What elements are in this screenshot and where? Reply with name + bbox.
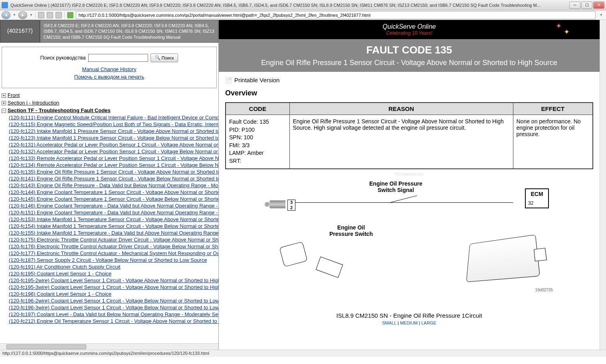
- fault-code-link[interactable]: (120-fc195) Coolant Level Sensor 1 - Cho…: [9, 270, 217, 277]
- reason-cell: Engine Oil Rifle Pressure 1 Sensor Circu…: [289, 115, 513, 169]
- switch-label: Engine Oil Pressure Switch: [329, 224, 373, 237]
- fault-code-link[interactable]: (120-fc141) Engine Oil Rifle Pressure 1 …: [9, 175, 217, 182]
- right-pane[interactable]: QuickServe Online Celebrating 10 Years! …: [219, 20, 600, 350]
- code-cell: Fault Code: 135 PID: P100 SPN: 100 FMI: …: [226, 115, 289, 169]
- watermark: ©Cummins Inc: [225, 172, 593, 176]
- fault-code-link[interactable]: (120-fc196) Coolant Level Sensor 1 - Cho…: [9, 291, 217, 297]
- circuit-diagram: Engine Oil Pressure Switch Signal 3 2 EC…: [257, 180, 561, 308]
- url-dropdown-icon[interactable]: ▼: [598, 13, 604, 17]
- fault-code-link[interactable]: (120-fc146) Engine Coolant Temperature -…: [9, 202, 217, 209]
- url-bar[interactable]: http://127.0.0.1:5000/https@quickserve.c…: [76, 11, 596, 19]
- refresh-icon[interactable]: [38, 12, 44, 18]
- collapse-icon[interactable]: −: [2, 109, 6, 113]
- left-pane: (4021677) ISF2.8 CM2220 E; ISF2.8 CM2220…: [0, 20, 219, 350]
- fault-code-link[interactable]: (120-fc153) Intake Manifold 1 Temperatur…: [9, 216, 217, 223]
- minimize-button[interactable]: ─: [569, 2, 580, 9]
- expand-icon[interactable]: +: [2, 93, 6, 98]
- window-titlebar: QuickServe Online | (4021677) ISF2.8 CM2…: [0, 0, 606, 10]
- ecm-box: ECM 32: [525, 188, 549, 208]
- magnifier-icon: 🔍: [155, 55, 160, 60]
- fault-code-link[interactable]: (120-fc115) Engine Magnetic Speed/Positi…: [9, 121, 217, 128]
- forward-dropdown-icon[interactable]: ▼: [30, 13, 33, 17]
- app-icon: [2, 2, 8, 8]
- ecm-module-icon: [466, 234, 540, 282]
- fault-code-link[interactable]: (120-fc154) Intake Manifold 1 Temperatur…: [9, 223, 217, 229]
- logo-subtitle: Celebrating 10 Years!: [382, 30, 436, 36]
- fault-code-link[interactable]: (120-fc111) Engine Control Module Critic…: [9, 114, 217, 121]
- tree-tf[interactable]: Section TF - Troubleshooting Fault Codes: [8, 107, 111, 113]
- overview-table: CODE REASON EFFECT Fault Code: 135 PID: …: [225, 102, 593, 169]
- fault-code-link[interactable]: (120-fc196-2wire) Coolant Level Sensor 1…: [9, 297, 217, 304]
- fault-code-link[interactable]: (120-fc155) Intake Manifold 1 Temperatur…: [9, 229, 217, 236]
- fault-code-link[interactable]: (120-fc132) Accelerator Pedal or Lever P…: [9, 148, 217, 155]
- fault-code-link[interactable]: (120-fc212) Engine Oil Temperature Senso…: [9, 318, 217, 324]
- home-icon[interactable]: [67, 12, 73, 18]
- fault-code-link[interactable]: (120-fc195-3wire) Coolant Level Sensor 1…: [9, 284, 217, 291]
- overview-heading: Overview: [225, 89, 593, 97]
- image-size-links: SMALL | MEDIUM | LARGE: [225, 320, 593, 325]
- fault-code-link[interactable]: (120-fc123) Intake Manifold 1 Pressure S…: [9, 135, 217, 141]
- tool-icon[interactable]: [55, 12, 62, 18]
- search-panel: Поиск руководства 🔍Поиск Manual Change H…: [2, 47, 217, 88]
- maximize-button[interactable]: ☐: [581, 2, 592, 9]
- sensor-schematic-icon: [269, 200, 285, 208]
- fault-code-link[interactable]: (120-fc145) Engine Coolant Temperature 1…: [9, 196, 217, 202]
- connector-icon: [316, 256, 343, 277]
- manual-history-link[interactable]: Manual Change History: [6, 66, 212, 72]
- fault-code-link[interactable]: (120-fc143) Engine Oil Rifle Pressure - …: [9, 182, 217, 189]
- connector-pins: 3 2: [287, 200, 295, 211]
- th-code: CODE: [226, 103, 289, 115]
- fault-code-link[interactable]: (120-fc144) Engine Coolant Temperature 1…: [9, 189, 217, 196]
- status-bar: http://127.0.0.1:5000/https@quickserve.c…: [0, 350, 606, 357]
- nav-tree[interactable]: +Front +Section i - Introduction −Sectio…: [0, 90, 218, 343]
- back-dropdown-icon[interactable]: ▼: [13, 13, 16, 17]
- size-medium[interactable]: MEDIUM: [400, 320, 418, 325]
- fault-code-link[interactable]: (120-fc195-2wire) Coolant Level Sensor 1…: [9, 277, 217, 284]
- fault-code-link[interactable]: (120-fc197) Coolant Level - Data Valid b…: [9, 311, 217, 318]
- fault-code-link[interactable]: (120-fc133) Remote Accelerator Pedal or …: [9, 155, 217, 162]
- window-title: QuickServe Online | (4021677) ISF2.8 CM2…: [10, 3, 569, 8]
- signal-label: Engine Oil Pressure Switch Signal: [369, 180, 422, 193]
- fault-header: FAULT CODE 135 Engine Oil Rifle Pressure…: [219, 39, 600, 72]
- back-button[interactable]: ◄: [2, 11, 10, 19]
- logo-text: QuickServe Online: [382, 23, 436, 30]
- fault-code-link[interactable]: (120-fc176) Electronic Throttle Control …: [9, 243, 217, 250]
- horizontal-scrollbar[interactable]: [0, 343, 218, 350]
- pdf-icon: 📄: [225, 77, 232, 83]
- fault-code-link[interactable]: (120-fc134) Remote Accelerator Pedal or …: [9, 162, 217, 168]
- tree-front[interactable]: Front: [8, 92, 20, 98]
- print-icon[interactable]: [47, 12, 53, 18]
- diagram-caption: ISL8.9 CM2150 SN - Engine Oil Rifle Pres…: [225, 312, 593, 319]
- expand-icon[interactable]: +: [2, 101, 6, 105]
- close-button[interactable]: ✕: [593, 2, 604, 9]
- fault-code-link[interactable]: (120-fc177) Electronic Throttle Control …: [9, 250, 217, 257]
- forward-button[interactable]: ►: [18, 11, 27, 19]
- brand-banner: QuickServe Online Celebrating 10 Years!: [219, 20, 600, 39]
- print-help-link[interactable]: Помочь с выводом на печать: [6, 74, 212, 80]
- effect-cell: None on performance. No engine protectio…: [513, 115, 593, 169]
- browser-toolbar: ◄ ▼ ► ▼ http://127.0.0.1:5000/https@quic…: [0, 10, 606, 20]
- fault-code-link[interactable]: (120-fc122) Intake Manifold 1 Pressure S…: [9, 128, 217, 135]
- search-input[interactable]: [88, 54, 148, 62]
- size-large[interactable]: LARGE: [421, 320, 436, 325]
- fault-code-link[interactable]: (120-fc131) Accelerator Pedal or Lever P…: [9, 141, 217, 148]
- search-label: Поиск руководства: [40, 55, 86, 61]
- part-number: 19d02735: [535, 288, 553, 292]
- fault-code-link[interactable]: (120-fc191) Air Conditioner Clutch Suppl…: [9, 263, 217, 270]
- printable-link[interactable]: Printable Version: [234, 77, 279, 83]
- size-small[interactable]: SMALL: [382, 320, 396, 325]
- fault-subtitle: Engine Oil Rifle Pressure 1 Sensor Circu…: [227, 59, 592, 67]
- pressure-switch-icon: [281, 244, 305, 264]
- manual-description: ISF2.8 CM2220 E; ISF2.8 CM2220 AN; ISF3.…: [40, 20, 218, 43]
- tree-intro[interactable]: Section i - Introduction: [8, 100, 59, 106]
- search-button[interactable]: 🔍Поиск: [151, 53, 178, 62]
- fault-code-link[interactable]: (120-fc151) Engine Coolant Temperature -…: [9, 209, 217, 216]
- fault-code-link[interactable]: (120-fc175) Electronic Throttle Control …: [9, 236, 217, 243]
- fault-code-link[interactable]: (120-fc187) Sensor Supply 2 Circuit - Vo…: [9, 257, 217, 263]
- vertical-scrollbar[interactable]: [600, 20, 606, 350]
- fault-code-link[interactable]: (120-fc135) Engine Oil Rifle Pressure 1 …: [9, 168, 217, 175]
- fault-code-link[interactable]: (120-fc196-3wire) Coolant Level Sensor 1…: [9, 304, 217, 311]
- th-effect: EFFECT: [513, 103, 593, 115]
- manual-number: (4021677): [0, 20, 40, 43]
- fireworks-icon: [556, 22, 576, 38]
